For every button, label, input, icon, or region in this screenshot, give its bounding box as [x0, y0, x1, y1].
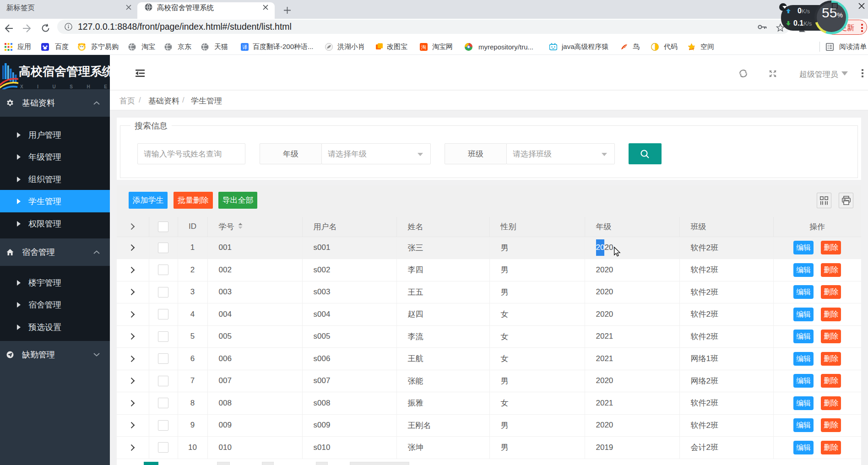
svg-text:译: 译: [242, 44, 247, 50]
svg-text:淘: 淘: [421, 44, 426, 50]
